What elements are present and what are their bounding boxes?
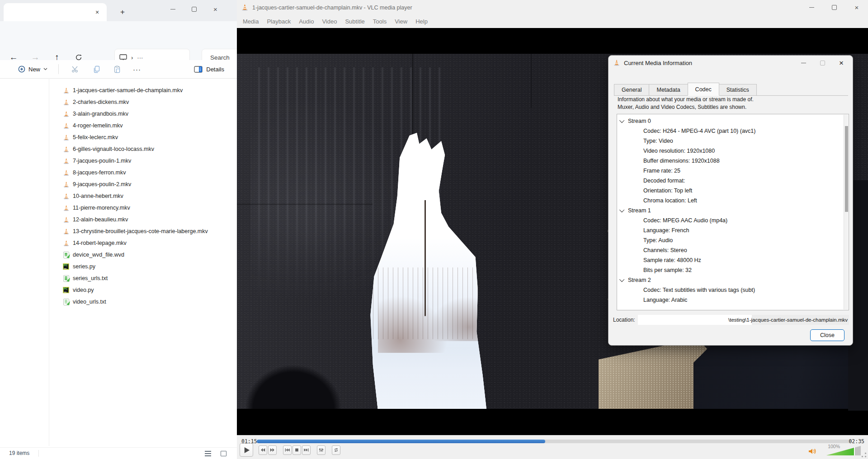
- stream-property[interactable]: Language: Arabic: [617, 295, 843, 305]
- stream-node[interactable]: Stream 0: [617, 116, 843, 126]
- stream-property[interactable]: Type: Video: [617, 136, 843, 146]
- dialog-close-button[interactable]: ×: [832, 56, 851, 70]
- chevron-down-icon[interactable]: [619, 207, 624, 212]
- file-explorer-window: × + × ← → ↑: [0, 0, 237, 459]
- stream-property[interactable]: Chroma location: Left: [617, 196, 843, 206]
- location-field[interactable]: \testing\1-jacques-cartier-samuel-de-cha…: [638, 315, 849, 325]
- menu-media[interactable]: Media: [239, 18, 263, 25]
- tab-metadata[interactable]: Metadata: [649, 84, 688, 95]
- codec-stream-list[interactable]: Stream 0Codec: H264 - MPEG-4 AVC (part 1…: [617, 114, 849, 310]
- file-row[interactable]: 8-jacques-ferron.mkv: [62, 167, 237, 178]
- scrollbar-thumb[interactable]: [845, 126, 848, 212]
- new-tab-button[interactable]: +: [117, 6, 128, 18]
- menu-view[interactable]: View: [391, 18, 411, 25]
- stream-property[interactable]: Decoded format:: [617, 176, 843, 186]
- vlc-cone-icon: [62, 98, 70, 106]
- stream-property[interactable]: Codec: H264 - MPEG-4 AVC (part 10) (avc1…: [617, 126, 843, 136]
- file-row[interactable]: 11-pierre-morency.mkv: [62, 202, 237, 214]
- stream-node[interactable]: Stream 1: [617, 206, 843, 215]
- chevron-down-icon[interactable]: [619, 277, 624, 282]
- playback-controls: [240, 443, 341, 457]
- details-view-button[interactable]: Details: [194, 66, 224, 73]
- nav-pane-splitter[interactable]: [49, 79, 49, 446]
- stop-button[interactable]: [292, 445, 301, 455]
- menu-subtitle[interactable]: Subtitle: [341, 18, 368, 25]
- file-row[interactable]: 9-jacques-poulin-2.mkv: [62, 178, 237, 190]
- speaker-icon[interactable]: [808, 448, 816, 455]
- previous-button[interactable]: [283, 445, 292, 455]
- stream-property[interactable]: Bits per sample: 32: [617, 265, 843, 275]
- equalizer-button[interactable]: [317, 445, 326, 455]
- explorer-tab[interactable]: ×: [4, 3, 107, 21]
- explorer-navbar: ← → ↑ › ··· Search: [0, 21, 237, 60]
- stream-property[interactable]: Video resolution: 1920x1080: [617, 146, 843, 156]
- file-row[interactable]: 10-anne-hebert.mkv: [62, 190, 237, 202]
- new-button[interactable]: New: [14, 63, 52, 75]
- maximize-button[interactable]: [184, 0, 205, 18]
- toolbar-more-button[interactable]: ···: [130, 66, 144, 73]
- stream-property[interactable]: Language: French: [617, 225, 843, 235]
- file-name: 14-robert-lepage.mkv: [73, 240, 127, 246]
- file-row[interactable]: device_wvd_file.wvd: [62, 249, 237, 261]
- file-row[interactable]: 12-alain-beaulieu.mkv: [62, 214, 237, 225]
- file-row[interactable]: video_urls.txt: [62, 296, 237, 308]
- stream-property[interactable]: Buffer dimensions: 1920x1088: [617, 156, 843, 166]
- stream-node[interactable]: Stream 2: [617, 275, 843, 285]
- vlc-cone-icon: [62, 87, 70, 94]
- item-count: 19 items: [9, 450, 29, 456]
- file-row[interactable]: 4-roger-lemelin.mkv: [62, 120, 237, 131]
- chevron-down-icon[interactable]: [619, 118, 624, 123]
- menu-tools[interactable]: Tools: [369, 18, 391, 25]
- file-row[interactable]: series_urls.txt: [62, 272, 237, 284]
- list-view-button[interactable]: [203, 450, 213, 458]
- menu-video[interactable]: Video: [318, 18, 341, 25]
- file-row[interactable]: 2-charles-dickens.mkv: [62, 96, 237, 108]
- file-row[interactable]: 3-alain-grandbois.mkv: [62, 108, 237, 120]
- stream-property[interactable]: Type: Audio: [617, 235, 843, 245]
- minimize-button[interactable]: [162, 0, 184, 18]
- file-row[interactable]: 1-jacques-cartier-samuel-de-champlain.mk…: [62, 84, 237, 96]
- stream-property[interactable]: Codec: MPEG AAC Audio (mp4a): [617, 215, 843, 225]
- stream-property[interactable]: Codec: Text subtitles with various tags …: [617, 285, 843, 295]
- file-row[interactable]: 7-jacques-poulin-1.mkv: [62, 155, 237, 167]
- vlc-minimize-button[interactable]: [800, 0, 823, 15]
- seek-bar[interactable]: [257, 440, 852, 443]
- play-button[interactable]: [240, 443, 253, 457]
- file-row[interactable]: series.py: [62, 261, 237, 272]
- close-button[interactable]: ×: [205, 0, 226, 18]
- vlc-close-button[interactable]: ×: [845, 0, 868, 15]
- stream-list-scrollbar[interactable]: [844, 115, 848, 309]
- volume-slider[interactable]: [826, 446, 861, 455]
- stream-property[interactable]: Channels: Stereo: [617, 245, 843, 255]
- menu-playback[interactable]: Playback: [263, 18, 295, 25]
- stream-property[interactable]: Frame rate: 25: [617, 166, 843, 176]
- dialog-minimize-button[interactable]: [794, 56, 813, 70]
- file-row[interactable]: 6-gilles-vignault-loco-locass.mkv: [62, 143, 237, 155]
- file-row[interactable]: 14-robert-lepage.mkv: [62, 237, 237, 249]
- tab-codec[interactable]: Codec: [688, 83, 719, 96]
- stream-property[interactable]: Sample rate: 48000 Hz: [617, 255, 843, 265]
- menu-audio[interactable]: Audio: [295, 18, 318, 25]
- file-row[interactable]: video.py: [62, 284, 237, 296]
- dialog-title: Current Media Information: [624, 60, 692, 66]
- stream-property[interactable]: Orientation: Top left: [617, 186, 843, 196]
- file-row[interactable]: 5-felix-leclerc.mkv: [62, 131, 237, 143]
- rewind-button[interactable]: [259, 445, 267, 455]
- fast-forward-button[interactable]: [268, 445, 277, 455]
- volume-handle[interactable]: [854, 447, 855, 455]
- maximize-icon: [832, 5, 837, 10]
- file-row[interactable]: 13-chrystine-brouillet-jacques-cote-mari…: [62, 225, 237, 237]
- explorer-window-buttons: ×: [162, 0, 226, 18]
- vlc-maximize-button[interactable]: [823, 0, 845, 15]
- tab-close-icon[interactable]: ×: [92, 7, 102, 17]
- file-name: 8-jacques-ferron.mkv: [73, 169, 126, 176]
- desktop: × + × ← → ↑: [0, 0, 868, 459]
- dialog-close-action-button[interactable]: Close: [810, 329, 844, 341]
- menu-help[interactable]: Help: [411, 18, 432, 25]
- resize-grip[interactable]: [861, 452, 867, 458]
- next-button[interactable]: [302, 445, 311, 455]
- tab-general[interactable]: General: [614, 84, 649, 95]
- tab-statistics[interactable]: Statistics: [719, 84, 757, 95]
- loop-button[interactable]: [332, 445, 340, 455]
- thumbnail-view-button[interactable]: [218, 450, 229, 458]
